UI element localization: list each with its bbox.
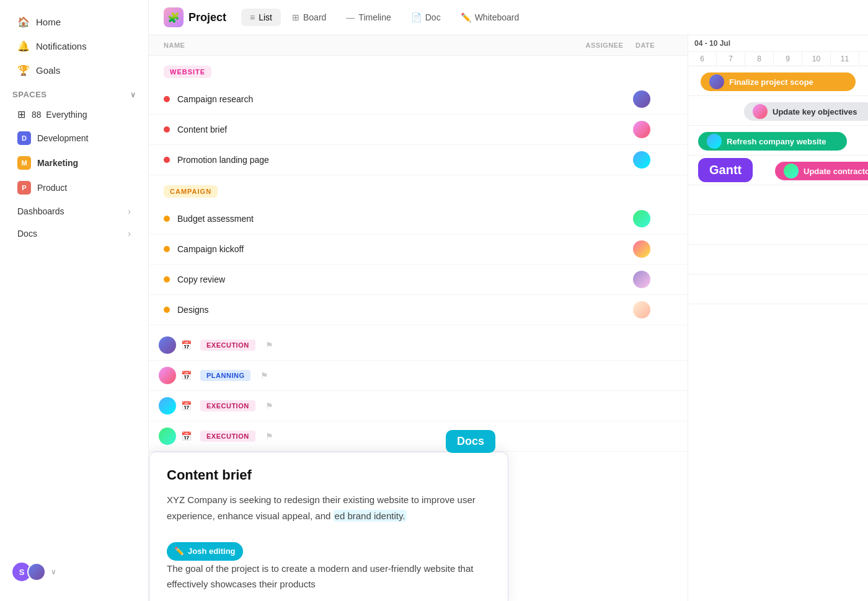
sidebar: 🏠 Home 🔔 Notifications 🏆 Goals Spaces ∨ … [0, 0, 149, 601]
gantt-row: Refresh company website [688, 126, 868, 156]
assignee-avatar [633, 210, 650, 227]
task-dot-yellow [164, 307, 170, 313]
gantt-day: 9 [774, 52, 802, 66]
sidebar-label-everything: 88 Everything [32, 110, 87, 120]
section-label-website: WEBSITE [164, 66, 211, 78]
status-section: 📅 EXECUTION ⚑ 📅 PLANNING ⚑ 📅 EXECUTION ⚑ [149, 330, 688, 452]
gantt-empty-row [688, 185, 868, 215]
gantt-day: 10 [802, 52, 831, 66]
task-name: Promotion landing page [177, 155, 611, 165]
status-row: 📅 EXECUTION ⚑ [149, 421, 688, 452]
task-dot-red [164, 157, 170, 163]
marketing-badge: M [17, 156, 31, 170]
task-row[interactable]: Content brief [149, 115, 688, 145]
col-name: NAME [164, 42, 574, 49]
task-assignee [611, 121, 673, 138]
gantt-week-label-1: 04 - 10 Jul [688, 35, 868, 52]
section-label-campaign: CAMPAIGN [164, 185, 218, 198]
calendar-icon: 📅 [181, 371, 192, 380]
tab-whiteboard[interactable]: ✏️ Whiteboard [452, 9, 528, 26]
gantt-tooltip-label: Gantt [709, 163, 742, 177]
docs-chevron-icon: › [128, 229, 131, 239]
tab-list[interactable]: ≡ List [241, 9, 281, 26]
task-name: Designs [177, 305, 611, 315]
sidebar-item-development[interactable]: D Development [5, 126, 143, 151]
sidebar-label-development: Development [37, 133, 89, 143]
main-area: 🧩 Project ≡ List ⊞ Board — Timeline 📄 Do… [149, 0, 868, 601]
tab-doc[interactable]: 📄 Doc [402, 9, 450, 26]
task-dot-yellow [164, 276, 170, 283]
task-name: Campaign research [177, 94, 611, 104]
task-row[interactable]: Campaign research [149, 84, 688, 115]
gantt-bar-objectives[interactable]: Update key objectives [744, 102, 868, 121]
status-row: 📅 EXECUTION ⚑ [149, 330, 688, 361]
task-name: Content brief [177, 125, 611, 134]
home-icon: 🏠 [17, 16, 30, 28]
board-icon: ⊞ [292, 12, 299, 22]
status-badge-execution: EXECUTION [200, 431, 255, 442]
status-avatar [159, 367, 176, 384]
task-dot-red [164, 126, 170, 133]
sidebar-item-product[interactable]: P Product [5, 175, 143, 200]
sidebar-item-everything[interactable]: ⊞ 88 Everything [5, 103, 143, 126]
flag-icon: ⚑ [265, 401, 273, 411]
content-area: NAME ASSIGNEE DATE WEBSITE Campaign rese… [149, 35, 868, 601]
task-row[interactable]: Designs [149, 295, 688, 325]
sidebar-item-docs[interactable]: Docs › [5, 222, 143, 245]
list-panel: NAME ASSIGNEE DATE WEBSITE Campaign rese… [149, 35, 688, 601]
task-name: Campaign kickoff [177, 244, 611, 254]
gantt-empty-row [688, 245, 868, 274]
sidebar-item-marketing[interactable]: M Marketing [5, 151, 143, 175]
sidebar-user-area: S ∨ [0, 553, 148, 591]
task-row[interactable]: Campaign kickoff [149, 234, 688, 265]
tab-board[interactable]: ⊞ Board [283, 9, 335, 26]
sidebar-item-goals[interactable]: 🏆 Goals [5, 58, 143, 82]
gantt-header: 04 - 10 Jul 6 7 8 9 10 11 12 13 14 [688, 35, 868, 66]
gantt-bar-label: Finalize project scope [729, 77, 813, 87]
col-assignee: ASSIGNEE [574, 42, 636, 49]
sidebar-label-goals: Goals [36, 65, 60, 76]
sidebar-item-home[interactable]: 🏠 Home [5, 10, 143, 34]
gantt-day: 11 [831, 52, 859, 66]
sidebar-item-notifications[interactable]: 🔔 Notifications [5, 34, 143, 58]
status-badge-planning: PLANNING [200, 370, 250, 381]
assignee-avatar [633, 271, 650, 288]
gantt-bar-finalize[interactable]: Finalize project scope [701, 72, 856, 91]
bar-avatar [709, 74, 724, 89]
timeline-icon: — [346, 12, 355, 22]
bar-avatar [753, 104, 768, 119]
sidebar-label-dashboards: Dashboards [17, 206, 64, 216]
gantt-bar-contractor[interactable]: Update contractor agreement [775, 162, 868, 180]
everything-icon: ⊞ [17, 108, 25, 120]
gantt-row: Update key objectives [688, 96, 868, 126]
tab-list-label: List [259, 12, 272, 22]
tab-timeline-label: Timeline [358, 12, 391, 22]
josh-editing-badge: ✏️ Josh editing [167, 542, 243, 561]
gantt-bar-label: Refresh company website [727, 137, 826, 146]
flag-icon: ⚑ [265, 431, 273, 441]
section-website: WEBSITE Campaign research Content brief [149, 56, 688, 175]
tab-timeline[interactable]: — Timeline [337, 9, 399, 26]
gantt-empty-row [688, 215, 868, 245]
user-menu-chevron-icon[interactable]: ∨ [51, 568, 56, 576]
task-row[interactable]: Budget assessment [149, 204, 688, 234]
bar-avatar [784, 164, 799, 178]
project-icon: 🧩 [164, 7, 184, 27]
assignee-avatar [633, 240, 650, 258]
spaces-chevron-icon[interactable]: ∨ [130, 90, 136, 99]
sidebar-item-dashboards[interactable]: Dashboards › [5, 200, 143, 222]
gantt-body: Gantt Finalize project scope Update key … [688, 66, 868, 304]
gantt-panel: 04 - 10 Jul 6 7 8 9 10 11 12 13 14 [688, 35, 868, 601]
docs-panel: Docs Content brief XYZ Company is seekin… [149, 452, 508, 601]
project-title: Project [188, 11, 226, 24]
task-row[interactable]: Copy review [149, 265, 688, 295]
header: 🧩 Project ≡ List ⊞ Board — Timeline 📄 Do… [149, 0, 868, 35]
dashboards-chevron-icon: › [128, 206, 131, 216]
task-row[interactable]: Promotion landing page [149, 145, 688, 175]
sidebar-label-notifications: Notifications [36, 41, 87, 51]
pencil-icon: ✏️ [174, 545, 184, 558]
task-name: Budget assessment [177, 214, 611, 224]
gantt-bar-refresh[interactable]: Refresh company website [698, 132, 847, 151]
user-avatar-2 [27, 563, 46, 581]
sidebar-label-marketing: Marketing [37, 158, 78, 168]
